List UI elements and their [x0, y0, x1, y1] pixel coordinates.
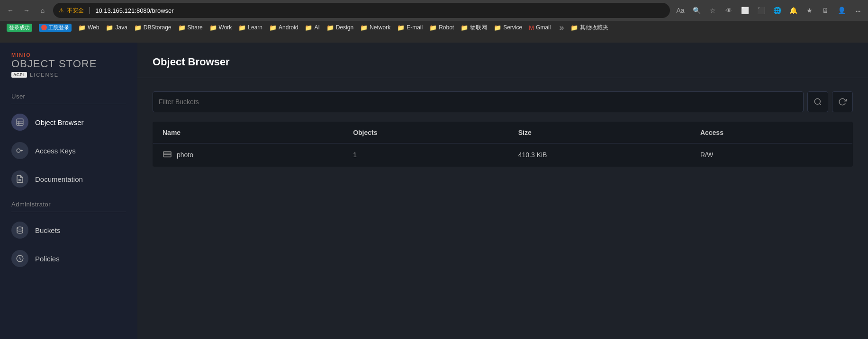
- filter-refresh-button[interactable]: [832, 91, 853, 112]
- back-button[interactable]: ←: [4, 4, 17, 17]
- bucket-size: 410.3 KiB: [509, 143, 691, 167]
- bookmark-iot-label: 物联网: [470, 24, 487, 32]
- folder-icon: 📁: [305, 24, 312, 31]
- folder-icon: 📁: [134, 24, 142, 31]
- bookmark-others[interactable]: 📁其他收藏夹: [568, 23, 611, 33]
- main-content: Object Browser: [137, 43, 868, 339]
- bookmark-email[interactable]: 📁E-mail: [394, 23, 425, 32]
- bookmark-java[interactable]: 📁Java: [103, 23, 130, 32]
- page-title: Object Browser: [153, 56, 853, 68]
- folder-icon: 📁: [397, 24, 405, 31]
- bookmark-robot[interactable]: 📁Robot: [426, 23, 457, 32]
- reader-mode-btn[interactable]: Aa: [674, 4, 687, 17]
- bookmark-share[interactable]: 📁Share: [175, 23, 206, 32]
- sidebar-admin-section: Administrator: [0, 193, 137, 212]
- bookmark-java-label: Java: [115, 24, 127, 31]
- bookmark-robot-label: Robot: [439, 24, 454, 31]
- svg-point-9: [814, 98, 820, 104]
- svg-line-10: [819, 103, 821, 105]
- table-row[interactable]: photo 1 410.3 KiB R/W: [153, 143, 853, 167]
- browser-actions: Aa 🔍 ☆ 👁 ⬜ ⬛ 🌐 🔔 ★ 🖥 👤 ···: [674, 4, 864, 17]
- table-header: Name Objects Size Access: [153, 122, 853, 143]
- bookmark-ai-label: AI: [314, 24, 319, 31]
- sidebar-item-buckets[interactable]: Buckets: [0, 216, 137, 244]
- bucket-access: R/W: [691, 143, 853, 167]
- filter-buckets-input[interactable]: [159, 98, 797, 106]
- bookmark-more[interactable]: »: [556, 22, 567, 34]
- bookmark-gongyuan[interactable]: 工院登录: [36, 23, 74, 33]
- screen-btn[interactable]: 🖥: [819, 4, 832, 17]
- bookmark-denglu-label: 登录成功: [7, 24, 32, 32]
- sidebar-item-policies[interactable]: Policies: [0, 244, 137, 273]
- folder-icon: 📁: [78, 24, 86, 31]
- nav-buttons: ← → ⌂: [4, 4, 49, 17]
- bookmark-web-label: Web: [88, 24, 99, 31]
- bookmark-design[interactable]: 📁Design: [324, 23, 356, 32]
- menu-btn[interactable]: ···: [851, 4, 864, 17]
- svg-rect-11: [163, 152, 171, 157]
- bookmark-android-label: Android: [279, 24, 298, 31]
- bookmark-iot[interactable]: 📁物联网: [458, 23, 490, 33]
- zoom-btn[interactable]: 🔍: [690, 4, 703, 17]
- sidebar-user-section: User: [0, 85, 137, 104]
- access-keys-icon: [11, 142, 28, 159]
- bookmark-gongyuan-label: 工院登录: [39, 24, 72, 32]
- sidebar-item-access-keys-label: Access Keys: [35, 147, 76, 155]
- object-browser-icon: [11, 114, 28, 131]
- filter-input-wrap[interactable]: [153, 91, 804, 112]
- bookmark-network-label: Network: [370, 24, 390, 31]
- bookmark-network[interactable]: 📁Network: [357, 23, 393, 32]
- bookmark-service[interactable]: 📁Service: [491, 23, 525, 32]
- folder-icon: 📁: [461, 24, 468, 31]
- gmail-icon: M: [529, 24, 534, 31]
- favorites-btn[interactable]: ★: [803, 4, 816, 17]
- bookmark-web[interactable]: 📁Web: [75, 23, 102, 32]
- sidebar-item-documentation[interactable]: Documentation: [0, 165, 137, 193]
- eye-btn[interactable]: 👁: [722, 4, 735, 17]
- logo-license-badge: AGPL: [11, 72, 27, 78]
- notif-btn[interactable]: 🔔: [787, 4, 800, 17]
- star-btn[interactable]: ☆: [706, 4, 719, 17]
- bookmark-dbstorage[interactable]: 📁DBStorage: [131, 23, 174, 32]
- main-header: Object Browser: [137, 43, 868, 78]
- home-button[interactable]: ⌂: [36, 4, 49, 17]
- bookmark-others-label: 其他收藏夹: [580, 24, 608, 32]
- svg-rect-0: [17, 119, 23, 126]
- policies-icon: [11, 250, 28, 267]
- address-bar[interactable]: ⚠ 不安全 |: [53, 3, 670, 18]
- svg-point-4: [17, 149, 20, 153]
- bookmark-design-label: Design: [336, 24, 353, 31]
- bookmark-email-label: E-mail: [407, 24, 423, 31]
- folder-icon: 📁: [269, 24, 277, 31]
- filter-bar: [153, 91, 853, 112]
- folder-icon: 📁: [106, 24, 113, 31]
- color-btn[interactable]: 🌐: [770, 4, 784, 17]
- forward-button[interactable]: →: [20, 4, 33, 17]
- copy-btn[interactable]: ⬜: [738, 4, 751, 17]
- address-input[interactable]: [95, 7, 664, 14]
- sidebar-user-divider: [11, 104, 126, 104]
- table-body: photo 1 410.3 KiB R/W: [153, 143, 853, 167]
- bookmark-android[interactable]: 📁Android: [266, 23, 301, 32]
- folder-icon: 📁: [494, 24, 501, 31]
- browser-toolbar: ← → ⌂ ⚠ 不安全 | Aa 🔍 ☆ 👁 ⬜ ⬛ 🌐 🔔 ★ 🖥 👤 ···: [0, 0, 868, 21]
- bookmark-ai[interactable]: 📁AI: [302, 23, 322, 32]
- bookmark-work-label: Work: [219, 24, 232, 31]
- bookmark-denglu[interactable]: 登录成功: [4, 23, 35, 33]
- sidebar: MINIO OBJECT STORE AGPL LICENSE User Obj…: [0, 43, 137, 339]
- bookmark-work[interactable]: 📁Work: [207, 23, 235, 32]
- col-objects: Objects: [344, 122, 509, 143]
- documentation-icon: [11, 170, 28, 187]
- filter-search-button[interactable]: [807, 91, 828, 112]
- bookmark-learn[interactable]: 📁Learn: [235, 23, 265, 32]
- col-size: Size: [509, 122, 691, 143]
- extension-btn[interactable]: ⬛: [754, 4, 768, 17]
- profile-btn[interactable]: 👤: [835, 4, 848, 17]
- folder-icon: 📁: [570, 24, 578, 31]
- sidebar-item-object-browser[interactable]: Object Browser: [0, 108, 137, 136]
- bookmark-gmail[interactable]: MGmail: [526, 23, 553, 32]
- sidebar-item-buckets-label: Buckets: [35, 226, 60, 234]
- sidebar-logo: MINIO OBJECT STORE AGPL LICENSE: [0, 43, 137, 85]
- folder-icon: 📁: [429, 24, 437, 31]
- sidebar-item-access-keys[interactable]: Access Keys: [0, 136, 137, 165]
